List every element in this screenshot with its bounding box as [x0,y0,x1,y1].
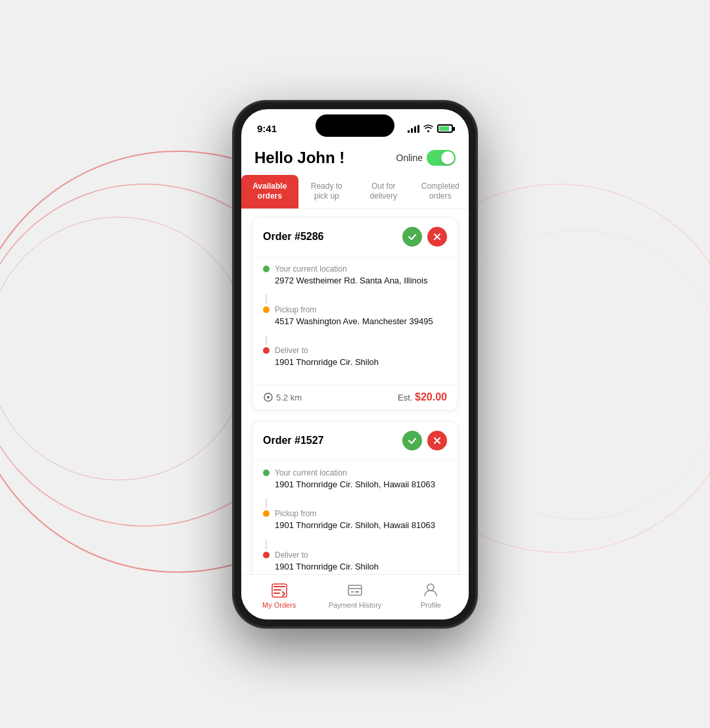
greeting-text: Hello John ! [254,149,344,167]
price-value-5286: $20.00 [415,391,447,402]
nav-label-payment-history: Payment History [329,601,382,609]
bottom-nav: My Orders Payment History [241,574,469,619]
connector [266,295,267,304]
status-time: 9:41 [257,123,277,134]
dot-deliver-1527 [263,552,270,558]
wifi-icon [423,124,433,133]
toggle-knob [441,151,454,164]
tab-completed-orders[interactable]: Completedorders [412,175,469,208]
nav-item-my-orders[interactable]: My Orders [241,581,317,609]
svg-point-13 [427,584,434,591]
online-toggle-switch[interactable] [427,150,456,166]
battery-icon [437,124,453,133]
tab-out-for-delivery[interactable]: Out fordelivery [355,175,412,208]
estimated-price-5286: Est. $20.00 [398,391,447,403]
phone-shell: 9:41 [233,101,477,627]
svg-point-6 [267,396,270,399]
connector [266,498,267,508]
order-header-1527: Order #1527 [252,422,458,460]
svg-rect-11 [351,591,354,593]
payment-history-icon [346,581,364,598]
dot-pickup-1527 [263,510,270,517]
status-icons [408,124,453,133]
orders-list: Order #5286 [241,209,469,574]
connector [266,335,267,345]
order-number-1527: Order #1527 [263,435,324,447]
tab-bar: Available orders Ready topick up Out for… [241,175,469,209]
nav-label-my-orders: My Orders [262,601,296,609]
order-body-1527: Your current location 1901 Thornridge Ci… [252,460,458,573]
location-pickup-5286: Pickup from 4517 Washington Ave. Manches… [263,305,447,328]
dynamic-island [316,114,394,137]
nav-label-profile: Profile [421,601,441,609]
accept-button-1527[interactable] [402,431,422,450]
location-deliver-1527: Deliver to 1901 Thornridge Cir. Shiloh [263,550,447,573]
dot-pickup-5286 [263,306,270,313]
app-header: Hello John ! Online [241,143,469,175]
dot-current-5286 [263,266,270,272]
location-deliver-5286: Deliver to 1901 Thornridge Cir. Shiloh [263,346,447,368]
my-orders-icon [271,581,288,598]
order-footer-5286: 5.2 km Est. $20.00 [252,384,458,410]
order-actions-5286 [402,227,447,247]
signal-icon [408,125,419,133]
distance-5286: 5.2 km [263,392,302,402]
order-body-5286: Your current location 2972 Westheimer Rd… [252,256,458,385]
dot-current-1527 [263,470,270,476]
order-header-5286: Order #5286 [252,218,458,256]
order-card-5286: Order #5286 [252,217,458,411]
order-actions-1527 [402,431,447,450]
reject-button-1527[interactable] [427,431,447,450]
dot-deliver-5286 [263,347,270,354]
reject-button-5286[interactable] [427,227,447,247]
profile-icon [422,581,439,598]
tab-ready-to-pick[interactable]: Ready topick up [298,175,356,208]
accept-button-5286[interactable] [402,227,422,247]
svg-rect-12 [355,591,359,593]
connector [266,540,267,549]
tab-available-orders[interactable]: Available orders [241,175,298,208]
svg-point-2 [0,217,250,480]
location-pickup-1527: Pickup from 1901 Thornridge Cir. Shiloh,… [263,509,447,531]
online-label: Online [396,153,423,163]
svg-rect-10 [348,585,362,595]
order-card-1527: Order #1527 [252,421,458,573]
nav-item-profile[interactable]: Profile [393,581,469,609]
phone-screen: 9:41 [241,109,469,619]
location-current-1527: Your current location 1901 Thornridge Ci… [263,468,447,491]
online-toggle[interactable]: Online [396,150,456,166]
distance-icon [263,392,273,402]
location-current-5286: Your current location 2972 Westheimer Rd… [263,264,447,287]
nav-item-payment-history[interactable]: Payment History [317,581,392,609]
order-number-5286: Order #5286 [263,231,324,243]
